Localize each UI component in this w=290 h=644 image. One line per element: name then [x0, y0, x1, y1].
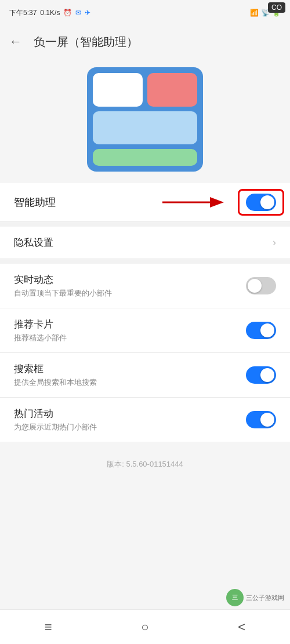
toggle-thumb-on: [260, 323, 274, 337]
header: ← 负一屏（智能助理）: [0, 26, 290, 58]
list-item-privacy[interactable]: 隐私设置 ›: [0, 227, 290, 259]
preview-box: [87, 67, 203, 172]
widget-pink: [147, 73, 197, 107]
smart-assistant-toggle[interactable]: [246, 194, 276, 211]
telegram-icon: ✈: [85, 9, 90, 17]
search-title: 搜索框: [14, 362, 246, 376]
toggle-thumb-off: [248, 279, 262, 293]
privacy-content: 隐私设置: [14, 236, 273, 249]
search-subtitle: 提供全局搜索和本地搜索: [14, 377, 246, 388]
recommended-subtitle: 推荐精选小部件: [14, 333, 246, 343]
realtime-content: 实时动态 自动置顶当下最重要的小部件: [14, 273, 246, 299]
smart-assistant-label: 智能助理: [14, 195, 56, 209]
recommended-content: 推荐卡片 推荐精选小部件: [14, 318, 246, 343]
hotevents-title: 热门活动: [14, 407, 246, 420]
hotevents-content: 热门活动 为您展示近期热门小部件: [14, 407, 246, 432]
widget-white: [93, 73, 143, 107]
version-label: 版本: 5.5.60-01151444: [107, 460, 183, 468]
widget-light-blue: [93, 111, 197, 145]
search-content: 搜索框 提供全局搜索和本地搜索: [14, 362, 246, 388]
list-item-hotevents[interactable]: 热门活动 为您展示近期热门小部件: [0, 398, 290, 442]
recommended-toggle[interactable]: [246, 322, 276, 339]
watermark: 三 三公子游戏网: [226, 589, 284, 606]
realtime-title: 实时动态: [14, 273, 246, 286]
toggle-thumb-search: [260, 368, 274, 382]
search-toggle[interactable]: [246, 366, 276, 384]
list-item-search[interactable]: 搜索框 提供全局搜索和本地搜索: [0, 353, 290, 397]
hotevents-subtitle: 为您展示近期热门小部件: [14, 422, 246, 432]
watermark-avatar: 三: [226, 589, 244, 606]
preview-container: [0, 58, 290, 183]
status-bar: 下午5:37 0.1K/s ⏰ ✉ ✈ 📶 📡 🔋: [0, 0, 290, 26]
bottom-nav: ≡ ○ <: [0, 609, 290, 644]
status-left: 下午5:37 0.1K/s ⏰ ✉ ✈: [9, 8, 90, 18]
home-button[interactable]: ○: [129, 614, 160, 641]
chevron-right-icon: ›: [273, 237, 276, 249]
watermark-site: 三公子游戏网: [246, 594, 284, 602]
list-item-recommended[interactable]: 推荐卡片 推荐精选小部件: [0, 308, 290, 352]
hotevents-toggle[interactable]: [246, 411, 276, 428]
list-item-realtime[interactable]: 实时动态 自动置顶当下最重要的小部件: [0, 264, 290, 308]
toggle-thumb: [260, 195, 274, 209]
page-title: 负一屏（智能助理）: [34, 34, 138, 50]
back-nav-button[interactable]: <: [226, 614, 257, 641]
co-badge: CO: [268, 2, 285, 13]
realtime-toggle[interactable]: [246, 277, 276, 294]
toggle-thumb-hot: [260, 413, 274, 427]
widget-green: [93, 149, 197, 166]
smart-assistant-row: 智能助理: [0, 183, 290, 221]
realtime-subtitle: 自动置顶当下最重要的小部件: [14, 288, 246, 299]
recommended-title: 推荐卡片: [14, 318, 246, 331]
status-time: 下午5:37: [9, 8, 37, 18]
section-divider-2: [0, 259, 290, 264]
section-divider: [0, 222, 290, 227]
signal-icon: 📶: [250, 9, 259, 17]
notification-icon: ✉: [75, 9, 81, 17]
back-button[interactable]: ←: [9, 34, 22, 49]
menu-button[interactable]: ≡: [33, 614, 64, 641]
status-speed: 0.1K/s: [40, 9, 60, 17]
privacy-title: 隐私设置: [14, 236, 273, 249]
alarm-icon: ⏰: [63, 9, 72, 17]
red-arrow: [162, 191, 232, 214]
version-text: 版本: 5.5.60-01151444: [0, 442, 290, 481]
